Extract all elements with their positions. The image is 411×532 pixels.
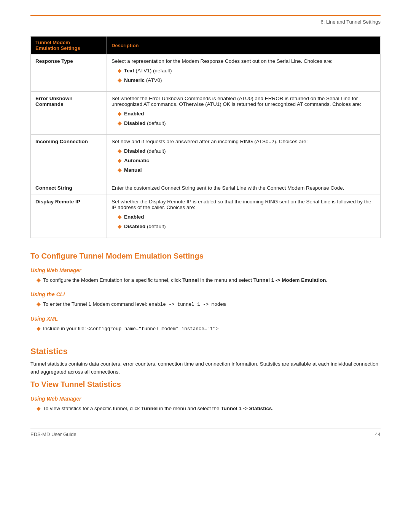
cli-code: enable -> tunnel 1 -> modem: [149, 302, 226, 307]
table-row: Incoming Connection Set how and if reque…: [31, 134, 381, 181]
term-display-remote-ip: Display Remote IP: [31, 195, 107, 238]
bullet-automatic: ◆ Automatic: [118, 157, 376, 165]
term-response-type: Response Type: [31, 54, 107, 92]
web-manager-subheading: Using Web Manager: [30, 267, 381, 273]
bullet-disabled: ◆ Disabled (default): [118, 223, 376, 231]
diamond-icon: ◆: [118, 147, 122, 155]
xml-subheading: Using XML: [30, 316, 381, 322]
cli-bullet: ◆ To enter the Tunnel 1 Modem command le…: [37, 300, 381, 308]
view-web-manager-bullet: ◆ To view statistics for a specific tunn…: [37, 405, 381, 413]
diamond-icon: ◆: [37, 276, 41, 284]
table-row: Response Type Select a representation fo…: [31, 54, 381, 92]
page-header: 6: Line and Tunnel Settings: [30, 19, 381, 25]
bullet-disabled: ◆ Disabled (default): [118, 120, 376, 128]
statistics-heading: Statistics: [30, 347, 381, 356]
diamond-icon: ◆: [37, 300, 41, 308]
diamond-icon: ◆: [118, 67, 122, 75]
cli-subheading: Using the CLI: [30, 291, 381, 297]
desc-incoming-connection: Set how and if requests are answered aft…: [107, 134, 381, 181]
chapter-title: 6: Line and Tunnel Settings: [320, 19, 381, 25]
term-error-unknown: Error UnknownCommands: [31, 91, 107, 134]
diamond-icon: ◆: [118, 157, 122, 165]
diamond-icon: ◆: [118, 110, 122, 118]
diamond-icon: ◆: [118, 213, 122, 221]
col1-header: Tunnel ModemEmulation Settings: [31, 37, 107, 54]
page-container: 6: Line and Tunnel Settings Tunnel Modem…: [0, 0, 411, 460]
web-manager-bullet: ◆ To configure the Modem Emulation for a…: [37, 276, 381, 284]
diamond-icon: ◆: [37, 405, 41, 412]
table-row: Display Remote IP Set whether the Displa…: [31, 195, 381, 238]
xml-bullet: ◆ Include in your file: <configgroup nam…: [37, 325, 381, 333]
bullet-enabled: ◆ Enabled: [118, 110, 376, 118]
bullet-disabled: ◆ Disabled (default): [118, 147, 376, 155]
footer: EDS-MD User Guide 44: [30, 431, 381, 437]
view-tunnel-heading: To View Tunnel Statistics: [30, 380, 381, 389]
term-connect-string: Connect String: [31, 181, 107, 195]
footer-rule: [30, 428, 381, 428]
bullet-manual: ◆ Manual: [118, 166, 376, 174]
settings-table: Tunnel ModemEmulation Settings Descripti…: [30, 36, 381, 238]
configure-heading: To Configure Tunnel Modem Emulation Sett…: [30, 252, 381, 260]
desc-response-type: Select a representation for the Modem Re…: [107, 54, 381, 92]
desc-display-remote-ip: Set whether the Display Remote IP is ena…: [107, 195, 381, 238]
footer-left: EDS-MD User Guide: [30, 431, 76, 437]
table-row: Connect String Enter the customized Conn…: [31, 181, 381, 195]
desc-error-unknown: Set whether the Error Unknown Commands i…: [107, 91, 381, 134]
diamond-icon: ◆: [37, 325, 41, 332]
diamond-icon: ◆: [118, 223, 122, 230]
term-incoming-connection: Incoming Connection: [31, 134, 107, 181]
diamond-icon: ◆: [118, 77, 122, 84]
xml-code: <configgroup name="tunnel modem" instanc…: [87, 326, 218, 332]
table-row: Error UnknownCommands Set whether the Er…: [31, 91, 381, 134]
statistics-para: Tunnel statistics contains data counters…: [30, 360, 381, 376]
bullet-text: ◆ Text (ATV1) (default): [118, 67, 376, 75]
desc-connect-string: Enter the customized Connect String sent…: [107, 181, 381, 195]
diamond-icon: ◆: [118, 120, 122, 127]
col2-header: Description: [107, 37, 381, 54]
diamond-icon: ◆: [118, 166, 122, 174]
bullet-enabled: ◆ Enabled: [118, 213, 376, 221]
bullet-numeric: ◆ Numeric (ATV0): [118, 77, 376, 85]
footer-right: 44: [375, 431, 381, 437]
top-rule: [30, 15, 381, 16]
view-web-manager-subheading: Using Web Manager: [30, 396, 381, 402]
